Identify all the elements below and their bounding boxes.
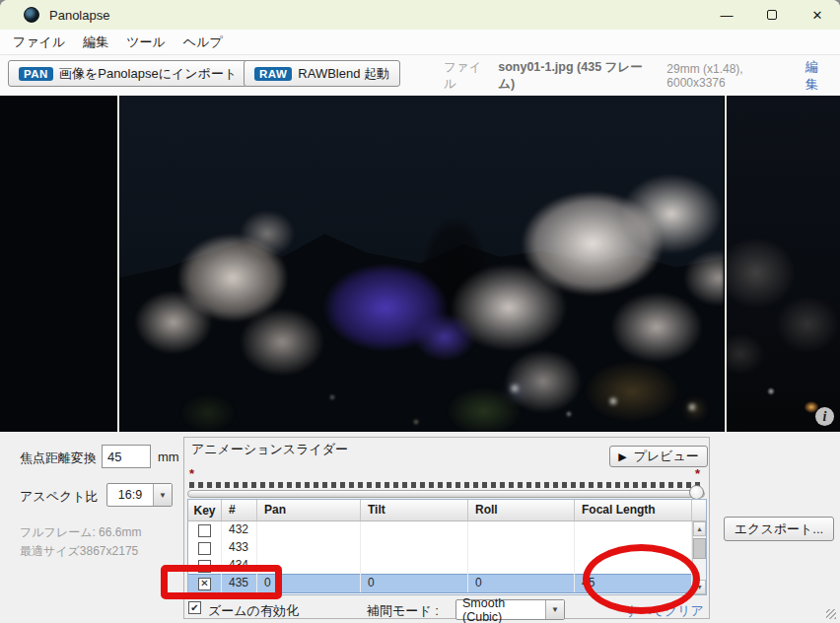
interpolation-select[interactable]: Smooth (Cubic) ▼ <box>455 599 565 620</box>
menu-file[interactable]: ファイル <box>4 30 74 55</box>
raw-badge-icon: RAW <box>254 67 292 81</box>
file-name: sony01-1.jpg (435 フレーム) <box>498 59 653 93</box>
header-key: Key <box>188 500 222 520</box>
cell-pan <box>257 521 361 539</box>
maximize-button[interactable] <box>749 0 795 30</box>
photo-viewer[interactable] <box>0 96 840 432</box>
header-roll: Roll <box>468 500 575 520</box>
rawblend-button-label: RAWBlend 起動 <box>298 65 389 83</box>
cell-tilt: 0 <box>361 575 468 592</box>
panolapse-window: Panolapse — ✕ ファイル 編集 ツール ヘルプ PAN 画像をPan… <box>0 0 840 623</box>
file-info-prefix: ファイル <box>444 59 492 93</box>
scroll-up-icon[interactable]: ▲ <box>693 521 706 536</box>
zoom-enable-label: ズームの有効化 <box>208 602 299 620</box>
edit-link[interactable]: 編集 <box>805 58 830 94</box>
aspect-ratio-label: アスペクト比 <box>20 488 99 506</box>
toolbar: PAN 画像をPanolapseにインポート RAW RAWBlend 起動 フ… <box>0 55 840 96</box>
cell-frame: 433 <box>222 539 257 557</box>
focal-unit-label: mm <box>158 450 179 464</box>
cell-roll <box>468 557 575 575</box>
interpolation-value: Smooth (Cubic) <box>456 596 545 623</box>
bottom-panel: 焦点距離変換 mm アスペクト比 16:9 ▼ フルフレーム: 66.6mm 最… <box>0 432 840 623</box>
keyframe-table-header: Key # Pan Tilt Roll Focal Length <box>188 500 706 521</box>
cell-focal <box>575 521 692 539</box>
play-icon: ▶ <box>618 450 626 463</box>
panel-footer: ✔ ズームの有効化 補間モード : Smooth (Cubic) ▼ すべてクリ… <box>188 599 705 620</box>
cell-roll: 0 <box>468 575 575 592</box>
cell-focal <box>575 557 692 575</box>
frame-slider-handle[interactable] <box>689 485 704 500</box>
cell-tilt <box>361 521 468 539</box>
rawblend-button[interactable]: RAW RAWBlend 起動 <box>244 60 400 87</box>
app-icon <box>24 7 39 23</box>
table-row[interactable]: 432 <box>188 521 706 539</box>
chevron-down-icon[interactable]: ▼ <box>545 600 564 619</box>
key-checkbox[interactable] <box>198 524 211 537</box>
resize-grip[interactable] <box>826 609 836 619</box>
focal-length-input[interactable] <box>102 445 151 468</box>
export-button[interactable]: エクスポート... <box>724 517 834 541</box>
interpolation-label: 補間モード : <box>367 602 439 620</box>
photo-main-crop <box>119 96 724 432</box>
minimize-button[interactable]: — <box>704 0 749 30</box>
cell-focal: 45 <box>575 575 692 592</box>
crop-boundary-right <box>725 96 727 432</box>
cell-frame: 432 <box>222 521 257 539</box>
header-tilt: Tilt <box>361 500 468 520</box>
photo-cherry-blossoms <box>119 96 724 432</box>
header-focal-length: Focal Length <box>575 500 692 520</box>
frame-slider[interactable] <box>187 490 705 498</box>
fullframe-info: フルフレーム: 66.6mm <box>20 524 141 541</box>
import-button[interactable]: PAN 画像をPanolapseにインポート <box>8 60 247 87</box>
menu-bar: ファイル 編集 ツール ヘルプ <box>0 30 840 55</box>
table-row-selected[interactable]: ✕ 435 0 0 0 45 <box>188 574 706 593</box>
table-row[interactable]: 433 <box>188 539 706 557</box>
cell-roll <box>468 539 575 557</box>
key-checkbox[interactable] <box>198 560 211 573</box>
window-title: Panolapse <box>49 8 109 23</box>
scroll-down-icon[interactable]: ▼ <box>693 580 706 594</box>
menu-help[interactable]: ヘルプ <box>175 30 232 55</box>
cell-frame: 434 <box>222 557 257 575</box>
close-button[interactable]: ✕ <box>795 0 840 30</box>
cell-tilt <box>361 557 468 575</box>
crop-boundary-left <box>117 96 119 432</box>
menu-tools[interactable]: ツール <box>117 30 175 55</box>
slider-end-marker: * <box>695 466 700 481</box>
slider-tickmarks <box>189 482 704 488</box>
cell-frame: 435 <box>222 575 257 592</box>
chevron-down-icon[interactable]: ▼ <box>153 484 172 506</box>
pan-badge-icon: PAN <box>19 67 53 81</box>
info-icon[interactable]: i <box>815 407 834 426</box>
slider-start-marker: * <box>189 466 194 481</box>
aspect-ratio-select[interactable]: 16:9 ▼ <box>106 483 173 507</box>
photo-lights <box>119 96 121 98</box>
photo-left-dimmed-strip <box>0 96 117 432</box>
keyframe-table: Key # Pan Tilt Roll Focal Length 432 <box>187 499 707 595</box>
header-number: # <box>222 500 257 520</box>
maximize-icon <box>767 10 777 20</box>
clear-all-link[interactable]: すべてクリア <box>625 602 704 620</box>
cell-focal <box>575 539 692 557</box>
title-bar: Panolapse — ✕ <box>0 0 840 30</box>
preview-button[interactable]: ▶ プレビュー <box>609 446 708 467</box>
focal-length-label: 焦点距離変換 <box>20 450 97 467</box>
photo-right-dimmed-strip <box>727 96 840 432</box>
key-checkbox-checked[interactable]: ✕ <box>198 578 211 590</box>
window-controls: — ✕ <box>704 0 840 30</box>
cell-pan: 0 <box>257 575 361 592</box>
table-scrollbar[interactable]: ▲ ▼ <box>692 521 706 594</box>
file-info: ファイル sony01-1.jpg (435 フレーム) 29mm (x1.48… <box>444 55 830 96</box>
cell-pan <box>257 557 361 575</box>
cell-tilt <box>361 539 468 557</box>
zoom-enable-checkbox[interactable]: ✔ <box>188 601 201 614</box>
table-row[interactable]: 434 <box>188 557 706 575</box>
key-checkbox[interactable] <box>198 542 211 555</box>
cell-pan <box>257 539 361 557</box>
menu-edit[interactable]: 編集 <box>74 30 117 55</box>
aspect-ratio-value: 16:9 <box>107 488 153 502</box>
animation-panel-title: アニメーションスライダー <box>191 441 348 458</box>
scrollbar-thumb[interactable] <box>693 538 706 559</box>
cell-roll <box>468 521 575 539</box>
animation-panel: アニメーションスライダー ▶ プレビュー * * Key # Pan Tilt … <box>183 437 710 619</box>
